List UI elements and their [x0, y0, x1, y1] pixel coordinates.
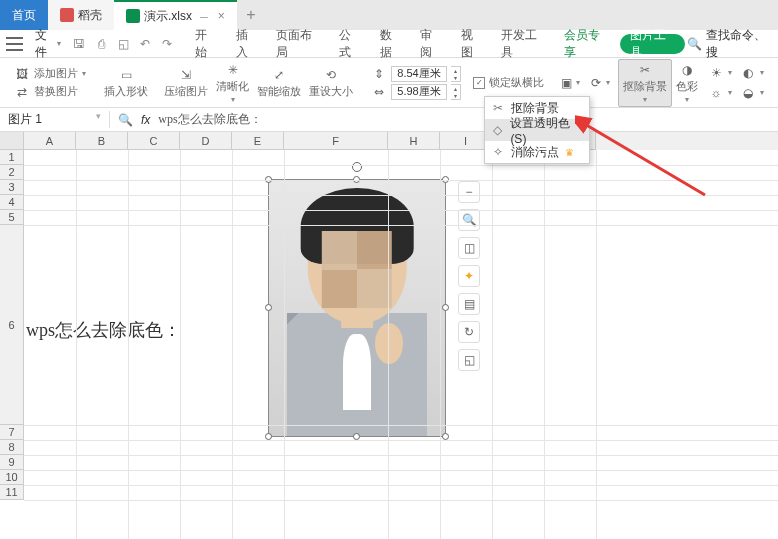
col-header-A[interactable]: A — [24, 132, 76, 150]
resize-handle-sw[interactable] — [265, 433, 272, 440]
menu-dev[interactable]: 开发工具 — [493, 30, 554, 58]
row-header-9[interactable]: 9 — [0, 455, 24, 470]
col-header-D[interactable]: D — [180, 132, 232, 150]
menu-start[interactable]: 开始 — [187, 30, 226, 58]
contrast2-icon[interactable]: ◒ — [740, 85, 756, 101]
menu-insert[interactable]: 插入 — [228, 30, 267, 58]
resize-handle-w[interactable] — [265, 304, 272, 311]
compress-icon: ⇲ — [178, 67, 194, 83]
float-cycle[interactable]: ↻ — [458, 321, 480, 343]
resize-handle-se[interactable] — [442, 433, 449, 440]
brightness2-icon[interactable]: ☼ — [708, 85, 724, 101]
menu-layout[interactable]: 页面布局 — [268, 30, 329, 58]
float-crop[interactable]: ◫ — [458, 237, 480, 259]
print-icon[interactable]: ⎙ — [93, 36, 109, 52]
menu-formula[interactable]: 公式 — [331, 30, 370, 58]
dd-remove-bg-icon: ✂ — [491, 101, 505, 115]
compress-label: 压缩图片 — [164, 84, 208, 99]
menu-data[interactable]: 数据 — [372, 30, 411, 58]
row-header-10[interactable]: 10 — [0, 470, 24, 485]
col-header-C[interactable]: C — [128, 132, 180, 150]
compress-button[interactable]: ⇲压缩图片 — [160, 67, 212, 99]
command-search[interactable]: 🔍查找命令、搜 — [687, 27, 772, 61]
name-box[interactable]: 图片 1▾ — [0, 111, 110, 128]
contrast-icon[interactable]: ◐ — [740, 65, 756, 81]
select-all-corner[interactable] — [0, 132, 24, 150]
tab-doc[interactable]: 稻壳 — [48, 0, 114, 30]
formula-text[interactable]: wps怎么去除底色： — [158, 111, 261, 128]
dd-transparent-icon: ◇ — [491, 123, 504, 137]
menu-view[interactable]: 视图 — [453, 30, 492, 58]
lock-ratio-label: 锁定纵横比 — [489, 75, 544, 90]
row-header-5[interactable]: 5 — [0, 210, 24, 225]
resize-handle-e[interactable] — [442, 304, 449, 311]
add-picture-label[interactable]: 添加图片 — [34, 66, 78, 81]
resize-handle-s[interactable] — [353, 433, 360, 440]
menu-vip[interactable]: 会员专享 — [556, 30, 617, 58]
sharpen-button[interactable]: ✳清晰化▾ — [212, 62, 253, 104]
group-picture-source: 🖼添加图片▾ ⇄替换图片 — [8, 66, 92, 100]
reset-size-button[interactable]: ⟲重设大小 — [305, 67, 357, 99]
save-icon[interactable]: 🖫 — [71, 36, 87, 52]
smart-zoom-icon: ⤢ — [271, 67, 287, 83]
remove-background-button[interactable]: ✂抠除背景▾ — [618, 59, 672, 107]
row-header-7[interactable]: 7 — [0, 425, 24, 440]
col-header-F[interactable]: F — [284, 132, 388, 150]
row-header-11[interactable]: 11 — [0, 485, 24, 500]
crop-icon[interactable]: ▣ — [558, 75, 574, 91]
replace-picture-label[interactable]: 替换图片 — [34, 84, 78, 99]
smart-zoom-button[interactable]: ⤢智能缩放 — [253, 67, 305, 99]
height-spinner[interactable]: ▴▾ — [451, 66, 461, 82]
group-adjust: ☀▾ ◐▾ ☼▾ ◒▾ — [702, 65, 770, 101]
float-multi[interactable]: ▤ — [458, 293, 480, 315]
close-icon[interactable]: × — [218, 9, 225, 23]
minimize-icon[interactable]: – — [200, 8, 208, 24]
row-header-3[interactable]: 3 — [0, 180, 24, 195]
portrait-image — [269, 180, 445, 436]
tab-home[interactable]: 首页 — [0, 0, 48, 30]
rotate-handle[interactable] — [352, 162, 362, 172]
height-input[interactable] — [391, 66, 447, 82]
add-picture-icon[interactable]: 🖼 — [14, 66, 30, 82]
float-zoom-in[interactable]: 🔍 — [458, 209, 480, 231]
fx-icon[interactable]: fx — [141, 113, 150, 127]
redo-icon[interactable]: ↷ — [159, 36, 175, 52]
float-ai[interactable]: ✦ — [458, 265, 480, 287]
menu-context-picture[interactable]: 图片工具 — [620, 34, 685, 54]
float-bg[interactable]: ◱ — [458, 349, 480, 371]
row-header-2[interactable]: 2 — [0, 165, 24, 180]
brightness-icon[interactable]: ☀ — [708, 65, 724, 81]
insert-shape-button[interactable]: ▭插入形状 — [100, 67, 152, 99]
col-header-H[interactable]: H — [388, 132, 440, 150]
col-header-B[interactable]: B — [76, 132, 128, 150]
remove-bg-icon: ✂ — [637, 62, 653, 78]
row-header-8[interactable]: 8 — [0, 440, 24, 455]
cells-area[interactable]: wps怎么去除底色： − 🔍 ◫ ✦ ▤ ↻ ◱ — [24, 150, 778, 539]
row-header-4[interactable]: 4 — [0, 195, 24, 210]
tab-doc-label: 稻壳 — [78, 7, 102, 24]
menu-file[interactable]: 文件 ▾ — [27, 30, 69, 58]
preview-icon[interactable]: ◱ — [115, 36, 131, 52]
new-tab-button[interactable]: + — [237, 6, 265, 24]
col-header-E[interactable]: E — [232, 132, 284, 150]
float-zoom-out[interactable]: − — [458, 181, 480, 203]
width-input[interactable] — [391, 84, 447, 100]
undo-icon[interactable]: ↶ — [137, 36, 153, 52]
smart-zoom-label: 智能缩放 — [257, 84, 301, 99]
rotate-icon[interactable]: ⟳ — [588, 75, 604, 91]
lock-ratio-checkbox[interactable]: ✓ — [473, 77, 485, 89]
row-header-1[interactable]: 1 — [0, 150, 24, 165]
group-size: ⇕▴▾ ⇔▴▾ — [365, 66, 467, 100]
embedded-picture[interactable] — [268, 179, 446, 437]
width-spinner[interactable]: ▴▾ — [451, 84, 461, 100]
replace-picture-icon[interactable]: ⇄ — [14, 84, 30, 100]
tab-sheet[interactable]: 演示.xlsx–× — [114, 0, 237, 30]
spreadsheet-grid: ABCDEFHIJK 1234567891011 wps怎么去除底色： − 🔍 … — [0, 132, 778, 539]
menu-review[interactable]: 审阅 — [412, 30, 451, 58]
hamburger-icon[interactable] — [6, 37, 23, 51]
color-button[interactable]: ◑色彩▾ — [672, 62, 702, 104]
dd-set-transparent[interactable]: ◇设置透明色(S) — [485, 119, 589, 141]
row-header-6[interactable]: 6 — [0, 225, 24, 425]
zoom-fx-icon[interactable]: 🔍 — [118, 113, 133, 127]
color-label: 色彩 — [676, 79, 698, 94]
